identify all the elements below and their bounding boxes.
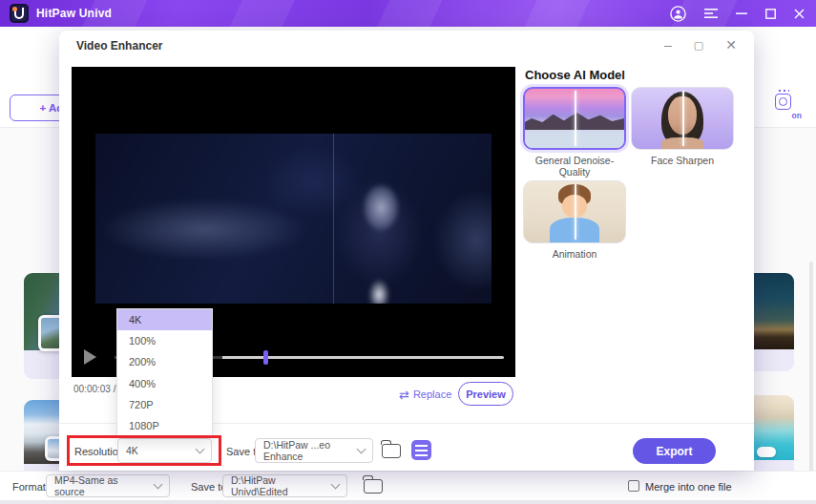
swap-icon: ⇄	[399, 389, 409, 400]
ai-model-label: Face Sharpen	[629, 155, 736, 166]
menu-icon[interactable]	[704, 8, 718, 19]
app-title: HitPaw Univd	[36, 7, 112, 20]
dialog-title: Video Enhancer	[76, 39, 162, 52]
dropdown-option-100[interactable]: 100%	[117, 330, 212, 351]
ai-model-label: General Denoise-Quality	[521, 155, 628, 178]
bottom-bar: Format: MP4-Same as source Save to: D:\H…	[0, 471, 816, 500]
scrollbar[interactable]	[809, 262, 813, 504]
dropdown-option-400[interactable]: 400%	[117, 373, 212, 394]
folder-icon[interactable]	[382, 444, 401, 458]
dialog-close-button[interactable]: ✕	[725, 36, 737, 53]
minimize-button[interactable]	[736, 8, 747, 19]
dropdown-option-1080[interactable]: 1080P	[117, 415, 212, 436]
chevron-down-icon	[357, 444, 366, 453]
close-button[interactable]	[794, 9, 805, 19]
ai-model-card-animation[interactable]	[523, 180, 626, 243]
dialog-save-to-select[interactable]: D:\HitPaw ...eo Enhance	[255, 438, 373, 463]
chevron-down-icon	[154, 479, 163, 489]
replace-button[interactable]: ⇄ Replace	[399, 388, 451, 400]
save-to-select[interactable]: D:\HitPaw Univd\Edited	[222, 474, 347, 497]
ai-model-label: Animation	[521, 248, 628, 260]
play-button[interactable]	[84, 349, 96, 365]
device-preview-icon	[757, 447, 776, 457]
resolution-dropdown: 4K 100% 200% 400% 720P 1080P	[116, 308, 213, 437]
video-frame	[95, 134, 492, 304]
folder-icon[interactable]	[364, 479, 383, 494]
ai-model-card-face-sharpen[interactable]	[631, 87, 734, 150]
hitpaw-logo	[10, 4, 29, 23]
task-list-icon[interactable]	[411, 440, 431, 460]
dropdown-option-720[interactable]: 720P	[117, 394, 212, 415]
highlight-box	[67, 435, 221, 466]
maximize-button[interactable]	[765, 9, 776, 19]
account-icon[interactable]	[670, 6, 686, 22]
dropdown-option-4k[interactable]: 4K	[117, 309, 212, 330]
titlebar: HitPaw Univd	[0, 0, 816, 27]
window-bottom-edge	[0, 500, 816, 504]
preview-button[interactable]: Preview	[458, 382, 513, 406]
chevron-down-icon	[331, 479, 341, 489]
format-select[interactable]: MP4-Same as source	[46, 474, 170, 497]
dialog-minimize-button[interactable]: –	[664, 36, 672, 53]
hardware-accel-icon[interactable]: on	[773, 92, 802, 122]
export-button[interactable]: Export	[633, 438, 716, 464]
progress-handle[interactable]	[263, 350, 268, 365]
ai-model-card-general-denoise[interactable]	[523, 87, 626, 150]
merge-checkbox[interactable]	[628, 480, 639, 492]
format-label: Format:	[12, 472, 49, 501]
dialog-maximize-button[interactable]: ▢	[694, 36, 703, 53]
merge-label: Merge into one file	[645, 472, 732, 501]
app-window: HitPaw Univd + Add File on	[0, 0, 816, 504]
video-enhancer-dialog: Video Enhancer – ▢ ✕ 00:00:03 / 00: ⇄ Re…	[59, 31, 754, 471]
choose-ai-model-title: Choose AI Model	[525, 68, 625, 82]
dropdown-option-200[interactable]: 200%	[117, 351, 212, 372]
